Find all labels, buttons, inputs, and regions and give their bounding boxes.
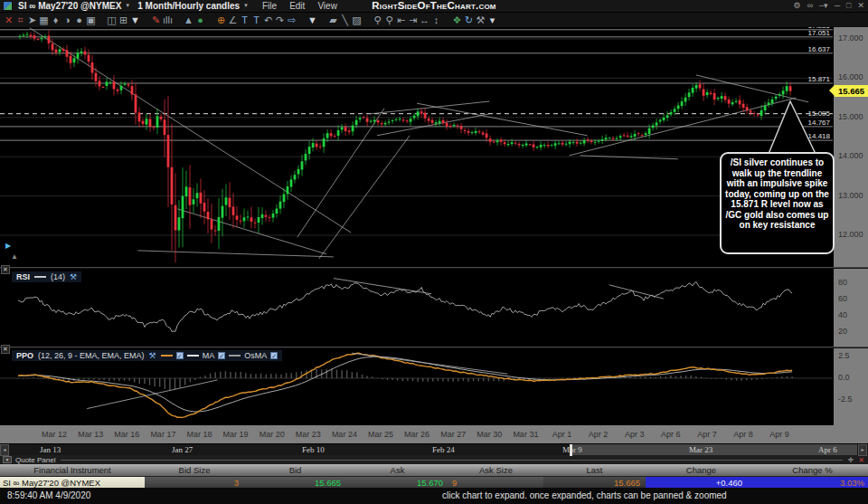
quote-panel-collapse-icon[interactable]: ▼ bbox=[3, 456, 12, 463]
ppo-legend-swatch bbox=[187, 355, 199, 357]
caret-icon[interactable]: ▾ bbox=[486, 13, 498, 27]
level-label: 16.637 bbox=[808, 45, 831, 53]
angle-tool-icon[interactable]: ∠ bbox=[227, 13, 239, 27]
menu-edit[interactable]: Edit bbox=[289, 0, 305, 12]
stamp-icon[interactable]: ♦ bbox=[50, 13, 61, 27]
scroll-start-icon[interactable]: ▶ bbox=[5, 242, 11, 250]
eraser-icon[interactable]: ▰ bbox=[327, 13, 339, 27]
x-axis-label: Mar 24 bbox=[326, 430, 363, 439]
chart-scrollbar[interactable]: ◂ ▸ Jan 13Jan 27Feb 10Feb 24Mar 9Mar 23A… bbox=[0, 443, 868, 455]
volume-profile-icon[interactable]: ıllı bbox=[162, 13, 174, 27]
rsi-header[interactable]: RSI (14) ⚒ bbox=[12, 271, 81, 282]
text-box-icon[interactable]: T bbox=[250, 13, 262, 27]
expand-right-icon[interactable]: ⇥ bbox=[407, 13, 419, 27]
callout-icon[interactable]: ⇨ bbox=[286, 13, 297, 27]
ellipse-icon[interactable]: ◑ bbox=[61, 13, 73, 27]
rsi-settings-icon[interactable]: ⚒ bbox=[70, 272, 77, 281]
text-note-icon[interactable]: T bbox=[239, 13, 250, 27]
pin-icon[interactable]: ‒▾ bbox=[819, 0, 828, 12]
mound-icon[interactable]: ▲ bbox=[183, 13, 194, 27]
undo-icon[interactable]: ↶ bbox=[262, 13, 274, 27]
symbol-caret-icon[interactable]: ▼ bbox=[125, 0, 130, 12]
divider-line bbox=[61, 460, 842, 461]
time-axis[interactable]: Mar 12Mar 13Mar 16Mar 17Mar 18Mar 19Mar … bbox=[0, 425, 868, 443]
ppo-close-icon[interactable]: ✕ bbox=[1, 345, 10, 354]
annotation-callout[interactable]: /SI silver continues to walk up the tren… bbox=[720, 152, 835, 254]
hatch-icon[interactable]: ▨ bbox=[351, 13, 363, 27]
ppo-tick: 0.0 bbox=[838, 373, 850, 383]
menu-view[interactable]: View bbox=[317, 0, 337, 12]
x-axis-label: Apr 8 bbox=[724, 430, 762, 439]
x-axis-label: Mar 13 bbox=[71, 430, 109, 439]
quote-panel-move-icon[interactable]: ✛ bbox=[848, 456, 854, 464]
delete-drawing-icon[interactable]: ✕ bbox=[3, 13, 14, 27]
menu-file[interactable]: File bbox=[262, 0, 277, 12]
minimize-icon[interactable]: ─ bbox=[835, 0, 840, 12]
quote-panel-close-icon[interactable]: ✕ bbox=[858, 456, 864, 464]
circle-icon[interactable]: ● bbox=[73, 13, 85, 27]
col-ask-size[interactable]: Ask Size bbox=[448, 464, 543, 476]
tools-icon[interactable]: ⚒ bbox=[475, 13, 486, 27]
expand-v-icon[interactable]: ↕ bbox=[430, 13, 442, 27]
palette-icon[interactable]: ❖ bbox=[451, 13, 463, 27]
ppo-legend-label: MA bbox=[203, 351, 215, 360]
marker-icon[interactable]: ✎ bbox=[150, 13, 162, 27]
scroll-right-icon[interactable]: ▸ bbox=[858, 444, 867, 456]
trendline-icon[interactable]: ╲ bbox=[339, 13, 351, 27]
navigator-label: Jan 13 bbox=[40, 445, 61, 454]
x-axis-label: Mar 18 bbox=[181, 430, 219, 439]
link-icon[interactable]: ∞ bbox=[807, 0, 813, 12]
expand-h-icon[interactable]: ↔ bbox=[419, 13, 430, 27]
sphere-icon[interactable]: ● bbox=[194, 13, 206, 27]
scroll-left-icon[interactable]: ◂ bbox=[0, 444, 9, 456]
pointer-icon[interactable]: ➤ bbox=[26, 13, 38, 27]
price-tick: 12.000 bbox=[838, 230, 863, 240]
price-tick: 13.000 bbox=[838, 191, 863, 201]
panel-divider[interactable] bbox=[0, 347, 868, 348]
rsi-title: RSI bbox=[16, 272, 30, 281]
ppo-legend-checkbox[interactable]: ✓ bbox=[270, 352, 278, 359]
panel-grid-icon[interactable]: ⊞ bbox=[118, 13, 129, 27]
ppo-settings-icon[interactable]: ⚒ bbox=[149, 351, 156, 360]
ppo-legend-checkbox[interactable]: ✓ bbox=[176, 352, 184, 359]
zoom-out-icon[interactable]: ⚲ bbox=[383, 13, 395, 27]
ppo-tick: 2.5 bbox=[838, 351, 850, 361]
col-change[interactable]: Change bbox=[646, 464, 757, 476]
timeframe-caret-icon[interactable]: ▼ bbox=[243, 0, 249, 12]
settings-icon[interactable]: ⚙ bbox=[794, 0, 801, 12]
scrollbar-handle[interactable] bbox=[570, 444, 572, 456]
title-bar: SI ∞ May27'20 @NYMEX ▼ 1 Month/Hourly ca… bbox=[0, 0, 868, 12]
rsi-close-icon[interactable]: ✕ bbox=[1, 265, 10, 274]
snap-grid-icon[interactable]: ⌗ bbox=[14, 13, 26, 27]
col-financial-instrument[interactable]: Financial Instrument bbox=[0, 464, 145, 476]
frame-icon[interactable]: ◫ bbox=[106, 13, 118, 27]
ppo-legend-checkbox[interactable]: ✓ bbox=[218, 352, 225, 359]
symbol-selector[interactable]: SI ∞ May27'20 @NYMEX bbox=[18, 0, 121, 12]
zoom-in-icon[interactable]: ⚲ bbox=[372, 13, 383, 27]
close-icon[interactable]: ✕ bbox=[857, 0, 864, 12]
col-last[interactable]: Last bbox=[543, 464, 646, 476]
quote-table-row[interactable]: SI ∞ May27'20 @NYMEX 3 15.665 15.670 9 1… bbox=[0, 476, 868, 488]
expand-left-icon[interactable]: ⇤ bbox=[395, 13, 407, 27]
col-change-pct[interactable]: Change % bbox=[757, 464, 868, 476]
status-bar: 8:59:40 AM 4/9/2020 click chart to expan… bbox=[0, 488, 868, 504]
ppo-header[interactable]: PPO (12, 26, 9 - EMA, EMA, EMA) ⚒ ✓MA✓Os… bbox=[12, 350, 282, 361]
redo-icon[interactable]: ↷ bbox=[274, 13, 286, 27]
toolbar: ✕⌗➤▦♦◑●▣◫⊞▼✎ıllı▲●⊕∠TT↶↷⇨▼▰╲▨⚲⚲⇤⇥↔↕❖↻⚒▾ bbox=[0, 12, 868, 27]
dropdown-icon[interactable]: ▼ bbox=[129, 13, 141, 27]
grid-icon[interactable]: ▦ bbox=[38, 13, 50, 27]
timeframe-selector[interactable]: 1 Month/Hourly candles bbox=[137, 0, 240, 12]
maximize-icon[interactable]: □ bbox=[846, 0, 851, 12]
x-axis-label: Apr 3 bbox=[616, 430, 654, 439]
navigator-label: Feb 24 bbox=[432, 445, 455, 454]
target-icon[interactable]: ⊕ bbox=[215, 13, 227, 27]
panel-divider[interactable] bbox=[0, 267, 868, 269]
col-bid[interactable]: Bid bbox=[244, 464, 346, 476]
candles bbox=[19, 31, 792, 262]
anchor-icon[interactable]: ▲ bbox=[11, 253, 18, 261]
refresh-icon[interactable]: ↻ bbox=[463, 13, 475, 27]
dropdown2-icon[interactable]: ▼ bbox=[307, 13, 318, 27]
col-bid-size[interactable]: Bid Size bbox=[145, 464, 244, 476]
col-ask[interactable]: Ask bbox=[346, 464, 448, 476]
image-icon[interactable]: ▣ bbox=[85, 13, 97, 27]
